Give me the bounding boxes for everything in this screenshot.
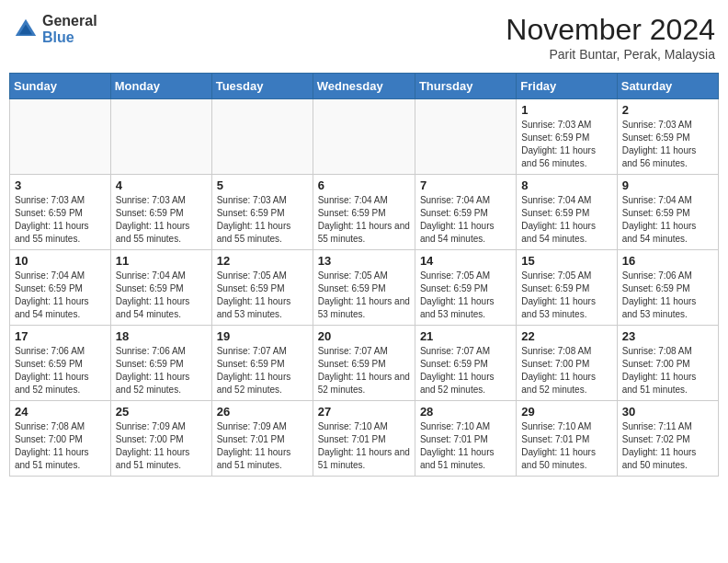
day-info: Sunrise: 7:07 AM Sunset: 6:59 PM Dayligh… bbox=[217, 345, 308, 396]
day-number: 28 bbox=[420, 405, 511, 419]
day-number: 6 bbox=[318, 178, 410, 192]
day-number: 15 bbox=[521, 254, 611, 268]
day-info: Sunrise: 7:08 AM Sunset: 7:00 PM Dayligh… bbox=[521, 345, 611, 396]
day-number: 5 bbox=[217, 178, 308, 192]
day-number: 27 bbox=[318, 405, 410, 419]
title-block: November 2024 Parit Buntar, Perak, Malay… bbox=[506, 13, 715, 62]
day-number: 17 bbox=[15, 329, 106, 343]
calendar-cell bbox=[211, 99, 313, 175]
day-info: Sunrise: 7:11 AM Sunset: 7:02 PM Dayligh… bbox=[622, 420, 713, 472]
calendar-week-row: 1Sunrise: 7:03 AM Sunset: 6:59 PM Daylig… bbox=[10, 99, 719, 175]
day-info: Sunrise: 7:08 AM Sunset: 7:00 PM Dayligh… bbox=[15, 420, 106, 472]
day-info: Sunrise: 7:05 AM Sunset: 6:59 PM Dayligh… bbox=[420, 270, 511, 321]
day-number: 12 bbox=[217, 254, 308, 268]
calendar-cell bbox=[110, 99, 211, 175]
page-header: General Blue November 2024 Parit Buntar,… bbox=[9, 9, 719, 65]
day-number: 2 bbox=[622, 103, 713, 117]
day-info: Sunrise: 7:06 AM Sunset: 6:59 PM Dayligh… bbox=[622, 270, 713, 321]
calendar-cell: 6Sunrise: 7:04 AM Sunset: 6:59 PM Daylig… bbox=[313, 175, 415, 250]
day-info: Sunrise: 7:05 AM Sunset: 6:59 PM Dayligh… bbox=[521, 270, 611, 321]
calendar-cell: 14Sunrise: 7:05 AM Sunset: 6:59 PM Dayli… bbox=[415, 250, 516, 326]
day-number: 23 bbox=[622, 329, 713, 343]
day-number: 16 bbox=[622, 254, 713, 268]
calendar-cell: 18Sunrise: 7:06 AM Sunset: 6:59 PM Dayli… bbox=[110, 326, 211, 401]
day-info: Sunrise: 7:07 AM Sunset: 6:59 PM Dayligh… bbox=[318, 345, 410, 396]
day-number: 18 bbox=[116, 329, 207, 343]
day-number: 22 bbox=[521, 329, 611, 343]
calendar-cell: 4Sunrise: 7:03 AM Sunset: 6:59 PM Daylig… bbox=[110, 175, 211, 250]
day-number: 19 bbox=[217, 329, 308, 343]
day-info: Sunrise: 7:04 AM Sunset: 6:59 PM Dayligh… bbox=[116, 270, 207, 321]
calendar-cell: 1Sunrise: 7:03 AM Sunset: 6:59 PM Daylig… bbox=[517, 99, 617, 175]
day-info: Sunrise: 7:04 AM Sunset: 6:59 PM Dayligh… bbox=[521, 194, 611, 246]
calendar-cell: 2Sunrise: 7:03 AM Sunset: 6:59 PM Daylig… bbox=[617, 99, 718, 175]
day-info: Sunrise: 7:03 AM Sunset: 6:59 PM Dayligh… bbox=[217, 194, 308, 246]
day-number: 10 bbox=[15, 254, 106, 268]
day-number: 26 bbox=[217, 405, 308, 419]
calendar-title: November 2024 bbox=[506, 13, 715, 47]
calendar-cell: 15Sunrise: 7:05 AM Sunset: 6:59 PM Dayli… bbox=[517, 250, 617, 326]
day-info: Sunrise: 7:07 AM Sunset: 6:59 PM Dayligh… bbox=[420, 345, 511, 396]
calendar-week-row: 3Sunrise: 7:03 AM Sunset: 6:59 PM Daylig… bbox=[10, 175, 719, 250]
calendar-cell: 29Sunrise: 7:10 AM Sunset: 7:01 PM Dayli… bbox=[517, 401, 617, 477]
calendar-cell: 17Sunrise: 7:06 AM Sunset: 6:59 PM Dayli… bbox=[10, 326, 111, 401]
day-info: Sunrise: 7:04 AM Sunset: 6:59 PM Dayligh… bbox=[318, 194, 410, 246]
calendar-week-row: 10Sunrise: 7:04 AM Sunset: 6:59 PM Dayli… bbox=[10, 250, 719, 326]
day-number: 13 bbox=[318, 254, 410, 268]
day-number: 30 bbox=[622, 405, 713, 419]
calendar-cell: 30Sunrise: 7:11 AM Sunset: 7:02 PM Dayli… bbox=[617, 401, 718, 477]
weekday-header-wednesday: Wednesday bbox=[313, 74, 415, 99]
calendar-cell: 20Sunrise: 7:07 AM Sunset: 6:59 PM Dayli… bbox=[313, 326, 415, 401]
day-number: 9 bbox=[622, 178, 713, 192]
calendar-cell: 13Sunrise: 7:05 AM Sunset: 6:59 PM Dayli… bbox=[313, 250, 415, 326]
calendar-cell: 9Sunrise: 7:04 AM Sunset: 6:59 PM Daylig… bbox=[617, 175, 718, 250]
day-info: Sunrise: 7:08 AM Sunset: 7:00 PM Dayligh… bbox=[622, 345, 713, 396]
day-info: Sunrise: 7:09 AM Sunset: 7:00 PM Dayligh… bbox=[116, 420, 207, 472]
calendar-cell: 25Sunrise: 7:09 AM Sunset: 7:00 PM Dayli… bbox=[110, 401, 211, 477]
calendar-cell: 12Sunrise: 7:05 AM Sunset: 6:59 PM Dayli… bbox=[211, 250, 313, 326]
calendar-week-row: 17Sunrise: 7:06 AM Sunset: 6:59 PM Dayli… bbox=[10, 326, 719, 401]
calendar-cell: 3Sunrise: 7:03 AM Sunset: 6:59 PM Daylig… bbox=[10, 175, 111, 250]
day-info: Sunrise: 7:06 AM Sunset: 6:59 PM Dayligh… bbox=[15, 345, 106, 396]
day-number: 8 bbox=[521, 178, 611, 192]
calendar-cell: 24Sunrise: 7:08 AM Sunset: 7:00 PM Dayli… bbox=[10, 401, 111, 477]
weekday-header-friday: Friday bbox=[517, 74, 617, 99]
day-info: Sunrise: 7:09 AM Sunset: 7:01 PM Dayligh… bbox=[217, 420, 308, 472]
day-info: Sunrise: 7:03 AM Sunset: 6:59 PM Dayligh… bbox=[116, 194, 207, 246]
day-number: 24 bbox=[15, 405, 106, 419]
day-info: Sunrise: 7:03 AM Sunset: 6:59 PM Dayligh… bbox=[521, 119, 611, 170]
day-info: Sunrise: 7:05 AM Sunset: 6:59 PM Dayligh… bbox=[318, 270, 410, 321]
calendar-table: SundayMondayTuesdayWednesdayThursdayFrid… bbox=[9, 73, 719, 477]
weekday-header-row: SundayMondayTuesdayWednesdayThursdayFrid… bbox=[10, 74, 719, 99]
day-info: Sunrise: 7:04 AM Sunset: 6:59 PM Dayligh… bbox=[622, 194, 713, 246]
calendar-cell: 21Sunrise: 7:07 AM Sunset: 6:59 PM Dayli… bbox=[415, 326, 516, 401]
weekday-header-saturday: Saturday bbox=[617, 74, 718, 99]
day-info: Sunrise: 7:10 AM Sunset: 7:01 PM Dayligh… bbox=[420, 420, 511, 472]
day-number: 20 bbox=[318, 329, 410, 343]
logo: General Blue bbox=[13, 13, 97, 45]
day-number: 11 bbox=[116, 254, 207, 268]
calendar-cell: 28Sunrise: 7:10 AM Sunset: 7:01 PM Dayli… bbox=[415, 401, 516, 477]
day-info: Sunrise: 7:10 AM Sunset: 7:01 PM Dayligh… bbox=[521, 420, 611, 472]
weekday-header-tuesday: Tuesday bbox=[211, 74, 313, 99]
calendar-subtitle: Parit Buntar, Perak, Malaysia bbox=[506, 47, 715, 62]
day-number: 1 bbox=[521, 103, 611, 117]
day-number: 25 bbox=[116, 405, 207, 419]
calendar-cell: 19Sunrise: 7:07 AM Sunset: 6:59 PM Dayli… bbox=[211, 326, 313, 401]
day-info: Sunrise: 7:04 AM Sunset: 6:59 PM Dayligh… bbox=[15, 270, 106, 321]
weekday-header-monday: Monday bbox=[110, 74, 211, 99]
calendar-cell: 10Sunrise: 7:04 AM Sunset: 6:59 PM Dayli… bbox=[10, 250, 111, 326]
calendar-cell: 23Sunrise: 7:08 AM Sunset: 7:00 PM Dayli… bbox=[617, 326, 718, 401]
day-info: Sunrise: 7:03 AM Sunset: 6:59 PM Dayligh… bbox=[15, 194, 106, 246]
calendar-cell: 11Sunrise: 7:04 AM Sunset: 6:59 PM Dayli… bbox=[110, 250, 211, 326]
logo-text: General Blue bbox=[42, 13, 97, 45]
calendar-week-row: 24Sunrise: 7:08 AM Sunset: 7:00 PM Dayli… bbox=[10, 401, 719, 477]
calendar-cell: 27Sunrise: 7:10 AM Sunset: 7:01 PM Dayli… bbox=[313, 401, 415, 477]
calendar-cell bbox=[10, 99, 111, 175]
logo-general-text: General bbox=[42, 13, 97, 29]
day-number: 3 bbox=[15, 178, 106, 192]
weekday-header-sunday: Sunday bbox=[10, 74, 111, 99]
day-number: 21 bbox=[420, 329, 511, 343]
calendar-cell: 7Sunrise: 7:04 AM Sunset: 6:59 PM Daylig… bbox=[415, 175, 516, 250]
calendar-cell: 8Sunrise: 7:04 AM Sunset: 6:59 PM Daylig… bbox=[517, 175, 617, 250]
